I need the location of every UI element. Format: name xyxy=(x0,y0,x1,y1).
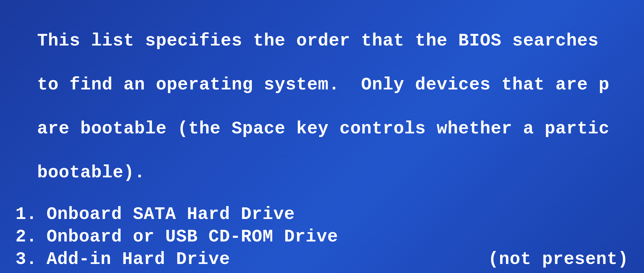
boot-item-name: Add-in Hard Drive xyxy=(46,249,478,269)
description-line2: to find an operating system. Only device… xyxy=(37,75,610,95)
description-line1: This list specifies the order that the B… xyxy=(37,31,599,51)
boot-item-number: 3. xyxy=(15,249,46,269)
boot-item-number: 4. xyxy=(15,272,46,273)
boot-item-status: (not present) xyxy=(478,249,629,269)
description-line4: bootable). xyxy=(37,163,145,183)
boot-item-name: Onboard SATA Hard Drive xyxy=(46,204,629,224)
boot-item: 3.Add-in Hard Drive(not present) xyxy=(15,249,629,269)
boot-item-status: (not present) xyxy=(478,272,629,273)
boot-item-number: 2. xyxy=(15,227,46,247)
boot-item: 2.Onboard or USB CD-ROM Drive xyxy=(15,227,629,247)
boot-item-number: 1. xyxy=(15,204,46,224)
boot-device-list: 1.Onboard SATA Hard Drive2.Onboard or US… xyxy=(15,204,629,273)
description-block: This list specifies the order that the B… xyxy=(15,8,629,184)
boot-item: 1.Onboard SATA Hard Drive xyxy=(15,204,629,224)
boot-item-name: Onboard or USB CD-ROM Drive xyxy=(46,227,629,247)
boot-item: 4.Add-in Hard Drive(not present) xyxy=(15,272,629,273)
description-line3: are bootable (the Space key controls whe… xyxy=(37,119,610,139)
boot-item-name: Add-in Hard Drive xyxy=(46,272,478,273)
